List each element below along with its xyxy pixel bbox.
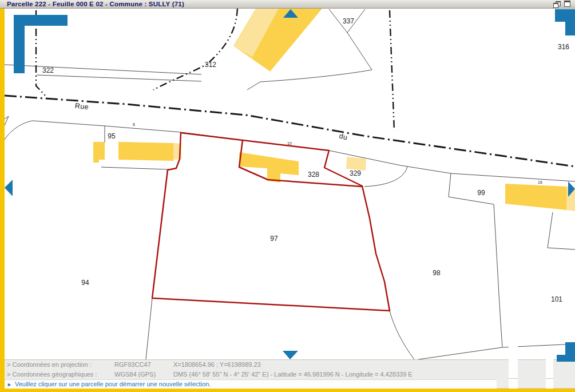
message-arrow-icon: ► <box>7 382 12 387</box>
status-bar: > Coordonnées en projection : RGF93CC47 … <box>5 359 575 379</box>
message-text: Veuillez cliquer sur une parcelle pour d… <box>15 381 211 387</box>
map-corner-bottom-right <box>557 355 575 362</box>
status-row-geographic: > Coordonnées géographiques : WGS84 (GPS… <box>5 370 575 379</box>
status-value: DMS (46° 58' 55" N - 4° 25' 42" E) - Lat… <box>173 370 413 379</box>
render-artifact <box>546 346 553 388</box>
message-bar: ►Veuillez cliquer sur une parcelle pour … <box>5 379 575 389</box>
cadastre-viewer-window: Parcelle 222 - Feuille 000 E 02 - Commun… <box>0 0 575 392</box>
render-artifact <box>518 379 546 389</box>
frame-bottom <box>0 389 575 392</box>
status-system: RGF93CC47 <box>114 360 151 370</box>
render-artifact <box>553 379 575 389</box>
render-artifact <box>509 346 518 388</box>
status-label: > Coordonnées en projection : <box>7 360 92 370</box>
render-artifact <box>497 379 509 389</box>
status-label: > Coordonnées géographiques : <box>7 370 97 379</box>
frame-left <box>0 9 5 392</box>
status-row-projection: > Coordonnées en projection : RGF93CC47 … <box>5 360 575 370</box>
map-background <box>0 9 575 359</box>
map-viewport[interactable]: 322312337316959497989910132832961016Rued… <box>0 0 575 359</box>
status-value: X=1808654.96 ; Y=6198989.23 <box>173 360 261 370</box>
status-system: WGS84 (GPS) <box>114 370 156 379</box>
cadastral-map[interactable] <box>0 9 575 359</box>
